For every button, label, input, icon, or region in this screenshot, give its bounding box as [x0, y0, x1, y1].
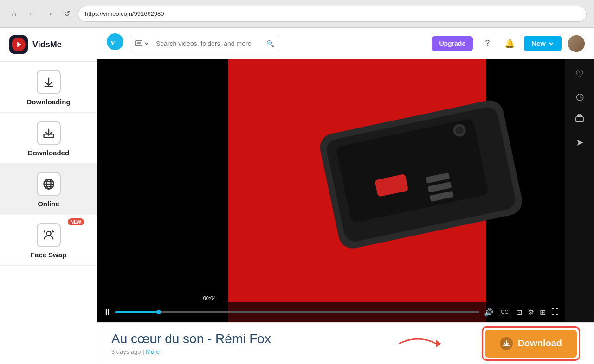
video-timestamp: 00:04 — [200, 294, 219, 302]
sidebar-item-face-swap[interactable]: NEW Face Swap — [0, 215, 97, 266]
app-name-label: VidsMe — [32, 40, 62, 50]
help-button[interactable]: ? — [479, 36, 495, 51]
downloaded-icon-box — [37, 121, 61, 145]
search-filter-dropdown[interactable] — [135, 40, 153, 47]
download-button-label: Download — [517, 338, 562, 349]
upgrade-button[interactable]: Upgrade — [432, 36, 473, 51]
downloaded-icon — [42, 127, 55, 140]
face-swap-icon — [42, 229, 55, 242]
search-icon: 🔍 — [266, 40, 274, 47]
notifications-button[interactable]: 🔔 — [502, 36, 517, 51]
new-button-label: New — [531, 39, 546, 47]
url-text: https://vimeo.com/991662980 — [85, 10, 164, 17]
downloading-icon — [42, 76, 55, 89]
progress-fill — [115, 311, 159, 313]
app-logo: VidsMe — [0, 28, 97, 62]
download-area: Download — [482, 326, 580, 361]
forward-button[interactable]: → — [43, 7, 56, 20]
video-section: 00:04 ⏸ 🔊 CC ⊡ ⚙ ⊞ ⛶ — [97, 59, 594, 322]
download-button-wrapper: Download — [482, 326, 580, 361]
downloading-icon-box — [37, 70, 61, 94]
pip-icon[interactable]: ⊞ — [540, 308, 546, 317]
online-icon — [42, 178, 55, 191]
svg-text:v: v — [111, 38, 115, 47]
device-visual — [308, 99, 542, 288]
svg-point-8 — [107, 33, 123, 50]
sidebar: VidsMe Downloading Downloaded — [0, 28, 97, 364]
content-area: v 🔍 Upgrade ? — [97, 28, 594, 364]
svg-point-7 — [46, 231, 51, 236]
vimeo-header: v 🔍 Upgrade ? — [97, 28, 594, 59]
progress-indicator — [156, 310, 161, 314]
sidebar-item-online[interactable]: Online — [0, 164, 97, 215]
svg-marker-25 — [436, 340, 441, 347]
pause-button[interactable]: ⏸ — [103, 307, 111, 317]
watchlater-icon[interactable]: ◷ — [576, 91, 584, 102]
share-icon[interactable]: ➤ — [576, 137, 584, 148]
like-icon[interactable]: ♡ — [575, 69, 584, 80]
download-icon-svg — [503, 340, 510, 347]
arrow-indicator — [394, 330, 450, 358]
face-swap-icon-box — [37, 223, 61, 247]
filter-icon — [135, 40, 142, 47]
fullscreen-icon[interactable]: ⛶ — [551, 308, 559, 316]
chevron-down-icon — [144, 41, 149, 46]
download-btn-icon — [500, 337, 513, 350]
new-button[interactable]: New — [524, 36, 562, 51]
main-layout: VidsMe Downloading Downloaded — [0, 28, 594, 364]
logo-inner-circle — [12, 38, 26, 51]
chevron-down-icon-new — [549, 41, 554, 46]
downloading-label: Downloading — [26, 98, 70, 106]
back-button[interactable]: ← — [25, 7, 38, 20]
bottom-info-bar: Au cœur du son - Rémi Fox 3 days ago | M… — [97, 322, 594, 364]
user-avatar[interactable] — [568, 35, 585, 52]
refresh-button[interactable]: ↺ — [60, 7, 73, 20]
vimeo-logo: v — [107, 33, 123, 53]
volume-icon[interactable]: 🔊 — [484, 308, 493, 317]
svg-rect-22 — [576, 117, 583, 122]
app-logo-icon — [9, 35, 28, 54]
address-bar[interactable]: https://vimeo.com/991662980 — [78, 6, 587, 22]
avatar-image — [568, 35, 585, 52]
progress-bar[interactable] — [115, 311, 479, 313]
sidebar-item-downloaded[interactable]: Downloaded — [0, 113, 97, 164]
vimeo-logo-svg: v — [107, 33, 123, 50]
video-time: 3 days ago — [111, 348, 141, 355]
video-more-link[interactable]: More — [146, 348, 160, 355]
new-badge: NEW — [68, 218, 84, 225]
online-icon-box — [37, 172, 61, 196]
browser-bar: ⌂ ← → ↺ https://vimeo.com/991662980 — [0, 0, 594, 28]
video-container[interactable]: 00:04 ⏸ 🔊 CC ⊡ ⚙ ⊞ ⛶ — [97, 59, 565, 322]
collections-icon[interactable] — [575, 113, 585, 126]
home-button[interactable]: ⌂ — [7, 7, 20, 20]
video-controls: ⏸ 🔊 CC ⊡ ⚙ ⊞ ⛶ — [97, 302, 565, 322]
svg-marker-0 — [17, 42, 21, 47]
video-background: 00:04 — [97, 59, 565, 322]
search-input[interactable] — [156, 40, 264, 47]
online-label: Online — [38, 200, 59, 208]
collections-svg — [575, 113, 585, 123]
downloaded-label: Downloaded — [28, 149, 69, 157]
video-right-panel: ♡ ◷ ➤ — [565, 59, 594, 322]
logo-svg — [14, 40, 23, 49]
face-swap-label: Face Swap — [31, 251, 67, 259]
sidebar-item-downloading[interactable]: Downloading — [0, 62, 97, 113]
chapters-icon[interactable]: ⊡ — [516, 308, 522, 317]
svg-rect-24 — [578, 114, 581, 115]
captions-icon[interactable]: CC — [499, 308, 510, 316]
download-button[interactable]: Download — [485, 330, 577, 358]
settings-icon[interactable]: ⚙ — [528, 308, 534, 317]
search-bar: 🔍 — [130, 35, 279, 52]
